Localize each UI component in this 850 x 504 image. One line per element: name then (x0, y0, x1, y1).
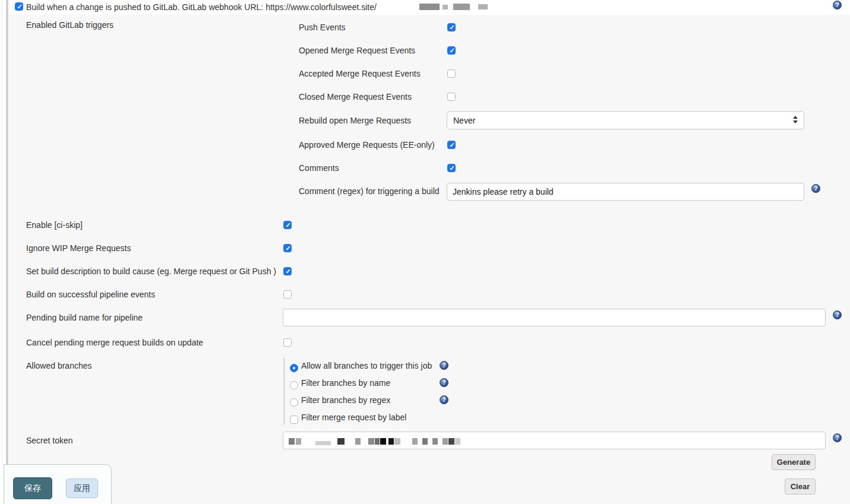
help-icon[interactable]: ? (440, 378, 448, 387)
build-description-checkbox[interactable] (283, 267, 292, 275)
gitlab-trigger-config-page: Build when a change is pushed to GitLab.… (0, 0, 850, 504)
section-background (9, 15, 850, 504)
rebuild-open-mr-select[interactable]: Never (447, 111, 804, 129)
opened-mr-events-checkbox[interactable] (447, 46, 456, 55)
save-apply-panel: 保存 应用 (4, 464, 112, 504)
pipeline-events-checkbox[interactable] (283, 290, 292, 299)
cancel-pending-label: Cancel pending merge request builds on u… (26, 338, 203, 347)
allow-all-branches-radio[interactable] (290, 364, 298, 372)
select-spinner-icon (793, 116, 798, 123)
comment-regex-label: Comment (regex) for triggering a build (299, 186, 440, 196)
comment-regex-input[interactable] (447, 183, 804, 201)
filter-branches-by-regex-label: Filter branches by regex (301, 395, 390, 405)
ignore-wip-label: Ignore WIP Merge Requests (26, 243, 131, 253)
apply-button[interactable]: 应用 (66, 478, 98, 498)
ignore-wip-checkbox[interactable] (283, 244, 292, 252)
build-when-pushed-label: Build when a change is pushed to GitLab.… (26, 2, 377, 12)
push-events-checkbox[interactable] (447, 23, 456, 31)
allow-all-branches-label: Allow all branches to trigger this job (301, 361, 432, 370)
generate-button[interactable]: Generate (772, 454, 816, 470)
filter-branches-by-name-label: Filter branches by name (301, 378, 390, 388)
help-icon[interactable]: ? (833, 310, 842, 319)
filter-branches-by-regex-radio[interactable] (290, 398, 298, 407)
pending-build-name-label: Pending build name for pipeline (26, 313, 143, 322)
ci-skip-label: Enable [ci-skip] (26, 220, 83, 230)
secret-token-label: Secret token (26, 436, 73, 445)
approved-mr-label: Approved Merge Requests (EE-only) (299, 140, 435, 150)
help-icon[interactable]: ? (811, 184, 820, 193)
help-icon[interactable]: ? (440, 361, 448, 370)
section-indent-bar (6, 0, 8, 465)
accepted-mr-events-checkbox[interactable] (447, 69, 456, 78)
comments-checkbox[interactable] (447, 164, 456, 172)
clear-button[interactable]: Clear (785, 478, 816, 495)
comments-label: Comments (299, 163, 339, 173)
filter-branches-by-name-radio[interactable] (290, 381, 298, 389)
redacted-secret-token (289, 438, 460, 445)
rebuild-open-mr-selected-value: Never (453, 116, 475, 125)
allowed-branches-group-bar (283, 358, 285, 424)
accepted-mr-events-label: Accepted Merge Request Events (299, 69, 421, 78)
cancel-pending-checkbox[interactable] (283, 338, 292, 347)
enabled-triggers-section-label: Enabled GitLab triggers (26, 20, 113, 30)
help-icon[interactable]: ? (440, 395, 448, 404)
rebuild-open-mr-label: Rebuild open Merge Requests (299, 116, 411, 125)
closed-mr-events-label: Closed Merge Request Events (299, 92, 412, 102)
left-faint-divider (2, 0, 2, 465)
help-icon[interactable]: ? (833, 433, 842, 442)
filter-mr-by-label-checkbox[interactable] (290, 416, 298, 424)
secret-token-input[interactable] (283, 432, 826, 449)
pipeline-events-label: Build on successful pipeline events (26, 290, 155, 299)
opened-mr-events-label: Opened Merge Request Events (299, 46, 415, 55)
build-when-pushed-checkbox[interactable] (15, 2, 23, 11)
ci-skip-checkbox[interactable] (283, 221, 292, 229)
build-description-label: Set build description to build cause (eg… (26, 267, 276, 276)
closed-mr-events-checkbox[interactable] (447, 93, 456, 101)
pending-build-name-input[interactable] (283, 309, 826, 327)
approved-mr-checkbox[interactable] (447, 141, 456, 149)
help-icon[interactable]: ? (833, 1, 842, 9)
allowed-branches-label: Allowed branches (26, 361, 92, 370)
save-button[interactable]: 保存 (13, 477, 52, 499)
redacted-webhook-url (419, 4, 488, 10)
filter-mr-by-label-label: Filter merge request by label (301, 413, 406, 422)
push-events-label: Push Events (299, 23, 346, 32)
